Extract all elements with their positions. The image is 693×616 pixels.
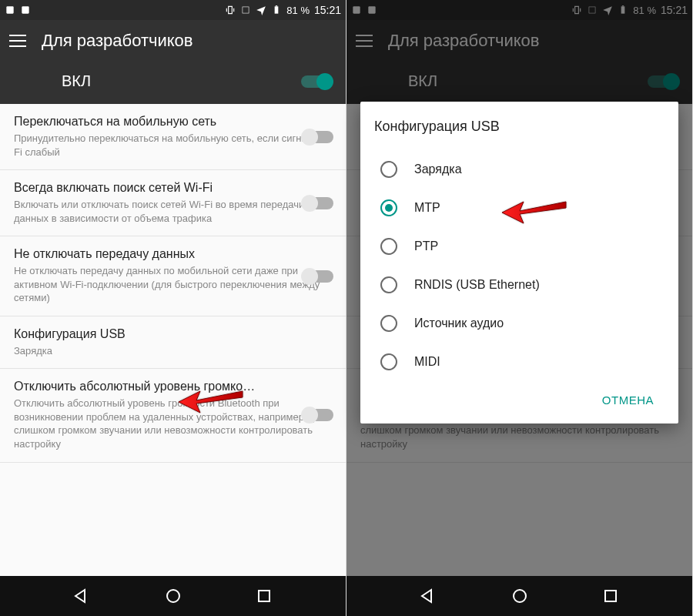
- setting-wifi-scan[interactable]: Всегда включать поиск сетей Wi-Fi Включа…: [0, 170, 346, 236]
- back-button[interactable]: [72, 587, 91, 605]
- setting-usb-config[interactable]: Конфигурация USB Зарядка: [0, 316, 346, 370]
- radio-icon: [380, 315, 397, 332]
- master-toggle-label: ВКЛ: [62, 72, 91, 90]
- svg-rect-0: [6, 6, 13, 13]
- battery-icon: [271, 5, 282, 15]
- clock: 15:21: [314, 4, 341, 16]
- svg-rect-1: [22, 6, 28, 13]
- nfc-icon: [240, 5, 251, 15]
- page-title: Для разработчиков: [42, 31, 193, 51]
- radio-option-rndis[interactable]: RNDIS (USB Ethernet): [374, 266, 665, 304]
- radio-option-ptp[interactable]: PTP: [374, 227, 665, 266]
- home-button[interactable]: [164, 587, 182, 605]
- toggle-switch[interactable]: [303, 131, 333, 143]
- phone-left: 81 % 15:21 Для разработчиков ВКЛ Переклю…: [0, 0, 346, 616]
- airplane-icon: [256, 5, 266, 15]
- radio-icon: [380, 353, 397, 370]
- radio-icon: [380, 238, 397, 255]
- app-icon: [5, 5, 15, 15]
- phone-right: 81 % 15:21 Для разработчиков ВКЛ Переклю…: [346, 0, 693, 616]
- nav-bar: [0, 576, 346, 616]
- radio-option-midi[interactable]: MIDI: [374, 343, 665, 381]
- nav-bar: [346, 576, 692, 616]
- cancel-button[interactable]: ОТМЕНА: [594, 387, 661, 413]
- radio-icon: [380, 161, 397, 178]
- recent-button[interactable]: [601, 587, 620, 605]
- toggle-switch[interactable]: [303, 197, 333, 209]
- recent-button[interactable]: [255, 587, 273, 605]
- settings-list: Переключаться на мобильную сеть Принудит…: [0, 104, 346, 463]
- app-bar: Для разработчиков: [0, 20, 346, 59]
- back-button[interactable]: [419, 587, 437, 605]
- svg-rect-3: [275, 6, 279, 13]
- status-bar: 81 % 15:21: [0, 0, 346, 20]
- setting-abs-volume[interactable]: Отключить абсолютный уровень громко… Отк…: [0, 369, 346, 462]
- setting-switch-mobile[interactable]: Переключаться на мобильную сеть Принудит…: [0, 104, 346, 170]
- radio-option-charging[interactable]: Зарядка: [374, 150, 665, 189]
- svg-rect-2: [243, 7, 249, 13]
- radio-icon: [380, 276, 397, 293]
- battery-percent: 81 %: [286, 5, 310, 16]
- svg-rect-6: [259, 591, 270, 601]
- svg-rect-13: [605, 591, 616, 601]
- svg-point-12: [514, 590, 526, 602]
- toggle-switch[interactable]: [303, 270, 333, 283]
- usb-config-dialog: Конфигурация USB Зарядка MTP PTP RNDIS (…: [360, 102, 678, 424]
- app-icon: [20, 5, 31, 15]
- radio-icon: [380, 199, 397, 216]
- home-button[interactable]: [511, 587, 529, 605]
- toggle-switch[interactable]: [303, 409, 333, 421]
- dialog-title: Конфигурация USB: [374, 119, 665, 135]
- radio-option-mtp[interactable]: MTP: [374, 189, 665, 227]
- setting-keep-data[interactable]: Не отключать передачу данных Не отключат…: [0, 236, 346, 316]
- radio-option-audio[interactable]: Источник аудио: [374, 304, 665, 343]
- vibrate-icon: [225, 5, 236, 15]
- svg-rect-4: [276, 5, 277, 6]
- master-toggle-switch[interactable]: [301, 75, 332, 88]
- svg-point-5: [167, 590, 179, 602]
- master-toggle-row[interactable]: ВКЛ: [0, 59, 346, 104]
- menu-icon[interactable]: [9, 35, 26, 47]
